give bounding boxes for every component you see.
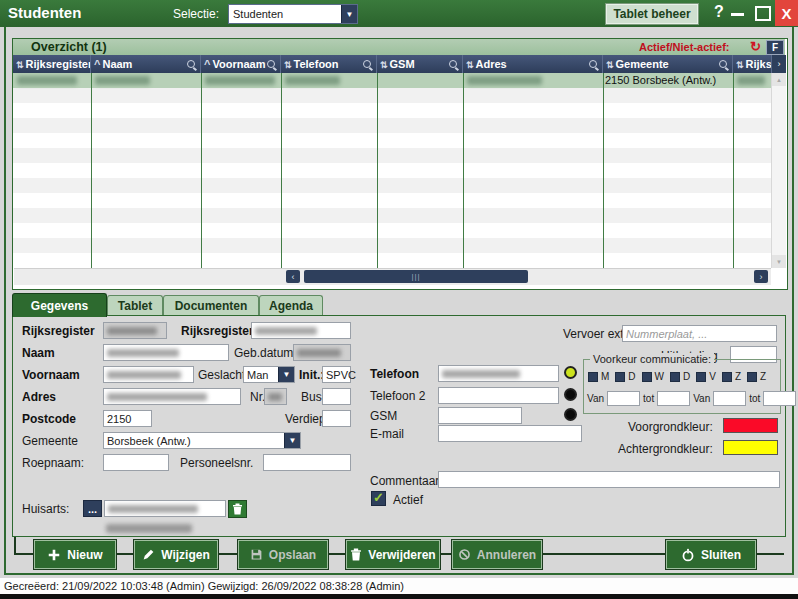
gsm-field[interactable] <box>438 407 522 424</box>
search-icon[interactable] <box>363 60 371 68</box>
opslaan-button[interactable]: Opslaan <box>238 540 328 569</box>
sort-icon[interactable] <box>14 58 26 70</box>
minimize-button[interactable] <box>731 13 744 16</box>
verdiep-field[interactable] <box>322 410 351 427</box>
voorgrondkleur-swatch[interactable] <box>723 418 778 433</box>
voornaam-field[interactable] <box>103 366 194 383</box>
day-checkbox[interactable] <box>642 372 652 382</box>
table-row[interactable] <box>13 208 771 223</box>
rijksregister2-field[interactable] <box>251 322 351 339</box>
table-row[interactable] <box>13 193 771 208</box>
table-row[interactable] <box>13 238 771 253</box>
sort-icon[interactable] <box>378 58 390 70</box>
achtergrondkleur-swatch[interactable] <box>723 440 778 455</box>
huisarts-browse-button[interactable]: ... <box>83 500 102 517</box>
table-row[interactable] <box>13 223 771 238</box>
tab-gegevens[interactable]: Gegevens <box>12 293 107 317</box>
tab-agenda[interactable]: Agenda <box>259 295 323 316</box>
help-button[interactable]: ? <box>714 3 724 21</box>
naam-field[interactable] <box>103 344 229 361</box>
commentaar-field[interactable] <box>438 471 780 488</box>
gebdatum-field[interactable] <box>293 344 351 361</box>
sort-icon[interactable] <box>282 58 294 70</box>
table-row[interactable] <box>13 178 771 193</box>
sort-icon[interactable] <box>92 58 102 70</box>
search-icon[interactable] <box>719 60 727 68</box>
init-field[interactable]: SPVC <box>322 366 351 383</box>
chevron-down-icon[interactable]: ▼ <box>278 367 294 382</box>
geslacht-dropdown[interactable]: Man ▼ <box>243 366 295 383</box>
table-row[interactable] <box>13 253 771 268</box>
table-row-selected[interactable]: 2150 Borsbeek (Antw.) <box>13 73 771 88</box>
column-header-voornaam[interactable]: Voornaam <box>201 55 281 73</box>
day-checkbox[interactable] <box>747 372 757 382</box>
column-header-gemeente[interactable]: Gemeente <box>603 55 733 73</box>
filter-f-button[interactable]: F <box>766 40 784 55</box>
sort-icon[interactable] <box>464 58 476 70</box>
sluiten-button[interactable]: Sluiten <box>666 540 756 569</box>
email-field[interactable] <box>438 425 582 442</box>
table-row[interactable] <box>13 118 771 133</box>
horizontal-scrollbar[interactable]: ‹ ||| › <box>14 268 771 285</box>
selectie-dropdown[interactable]: Studenten ▼ <box>228 4 358 24</box>
rijksregister-field[interactable] <box>103 322 167 339</box>
tab-documenten[interactable]: Documenten <box>163 295 259 316</box>
van-field-2[interactable] <box>713 391 746 406</box>
wijzigen-button[interactable]: Wijzigen <box>134 540 218 569</box>
table-row[interactable] <box>13 103 771 118</box>
sort-icon[interactable] <box>604 58 616 70</box>
close-button[interactable]: X <box>775 0 798 26</box>
day-checkbox[interactable] <box>722 372 732 382</box>
column-header-rijksregister2[interactable]: Rijksregister <box>733 55 771 73</box>
column-header-naam[interactable]: Naam <box>91 55 201 73</box>
bus-field[interactable] <box>322 388 351 405</box>
column-header-rijksregister[interactable]: Rijksregister <box>13 55 91 73</box>
huisarts-field[interactable] <box>104 500 226 517</box>
annuleren-button[interactable]: Annuleren <box>452 540 542 569</box>
scroll-left-icon[interactable]: ‹ <box>286 270 300 283</box>
column-header-adres[interactable]: Adres <box>463 55 603 73</box>
column-header-gsm[interactable]: GSM <box>377 55 463 73</box>
gsm-indicator[interactable] <box>564 408 577 421</box>
search-icon[interactable] <box>449 60 457 68</box>
search-icon[interactable] <box>589 60 597 68</box>
vertical-scrollbar[interactable]: ▲ ▼ <box>771 73 786 268</box>
verwijderen-button[interactable]: Verwijderen <box>346 540 440 569</box>
telefoon2-indicator[interactable] <box>564 388 577 401</box>
scroll-up-icon[interactable]: ▲ <box>772 73 786 86</box>
chevron-down-icon[interactable]: ▼ <box>284 433 300 448</box>
tot-field[interactable] <box>657 391 690 406</box>
tot-field-2[interactable] <box>763 391 796 406</box>
telefoon-indicator[interactable] <box>564 366 577 379</box>
postcode-field[interactable]: 2150 <box>103 410 152 427</box>
table-row[interactable] <box>13 148 771 163</box>
scrollbar-thumb[interactable]: ||| <box>304 270 528 283</box>
telefoon2-field[interactable] <box>438 387 559 404</box>
day-checkbox[interactable] <box>615 372 625 382</box>
vervoer-field[interactable]: Nummerplaat, ... <box>622 325 777 342</box>
nr-field[interactable] <box>264 388 287 405</box>
personeelsnr-field[interactable] <box>263 454 351 471</box>
day-checkbox[interactable] <box>588 372 598 382</box>
column-header-telefoon[interactable]: Telefoon <box>281 55 377 73</box>
scroll-right-icon[interactable]: › <box>754 270 768 283</box>
tablet-beheer-button[interactable]: Tablet beheer <box>605 3 699 25</box>
table-row[interactable] <box>13 163 771 178</box>
huisarts-delete-button[interactable] <box>228 500 247 518</box>
roepnaam-field[interactable] <box>103 454 169 471</box>
scroll-down-icon[interactable]: ▼ <box>772 255 786 268</box>
van-field[interactable] <box>607 391 640 406</box>
refresh-icon[interactable]: ↻ <box>750 39 761 54</box>
nieuw-button[interactable]: Nieuw <box>34 540 116 569</box>
day-checkbox[interactable] <box>696 372 706 382</box>
sort-icon[interactable] <box>734 58 746 70</box>
adres-field[interactable] <box>103 388 241 405</box>
header-scroll-right-icon[interactable]: › <box>771 55 786 73</box>
tab-tablet[interactable]: Tablet <box>107 295 163 316</box>
sort-icon[interactable] <box>202 58 212 70</box>
table-row[interactable] <box>13 88 771 103</box>
search-icon[interactable] <box>267 60 275 68</box>
search-icon[interactable] <box>187 60 195 68</box>
telefoon-field[interactable] <box>438 365 559 382</box>
day-checkbox[interactable] <box>670 372 680 382</box>
